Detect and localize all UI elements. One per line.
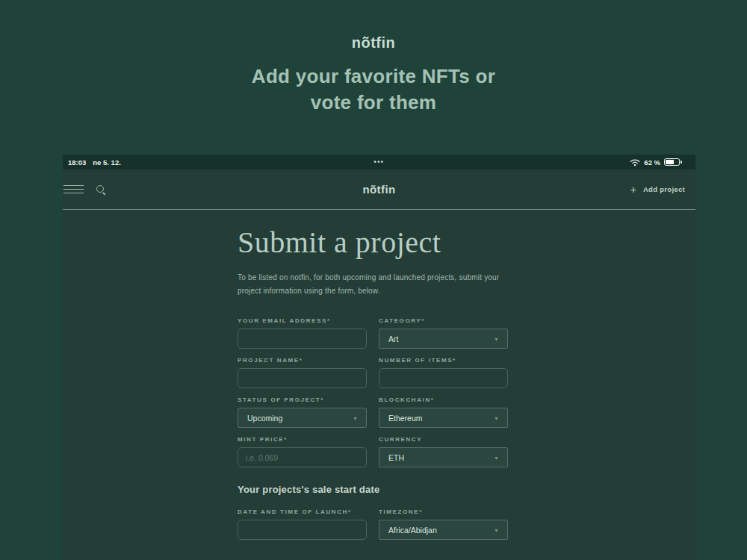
hero-section: nõtfin Add your favorite NFTs or vote fo… xyxy=(0,0,747,116)
status-select[interactable]: Upcoming ▼ xyxy=(238,408,367,428)
status-label: STATUS OF PROJECT* xyxy=(238,396,367,403)
field-project-name: PROJECT NAME* xyxy=(238,357,367,388)
multitasking-dots-icon: ••• xyxy=(63,158,695,166)
category-label: CATEGORY* xyxy=(379,317,508,324)
submit-project-form-section: Submit a project To be listed on notfin,… xyxy=(238,225,509,540)
field-launch-datetime: DATE AND TIME OF LAUNCH* xyxy=(238,508,367,540)
chevron-down-icon: ▼ xyxy=(494,455,499,460)
ipad-screenshot: 18:03 ne 5. 12. ••• 62 % nõtfin + Add pr… xyxy=(63,155,695,560)
currency-select[interactable]: ETH ▼ xyxy=(379,447,508,467)
hero-tagline: Add your favorite NFTs or vote for them xyxy=(0,63,747,116)
timezone-select[interactable]: Africa/Abidjan ▼ xyxy=(379,520,508,540)
launch-datetime-label: DATE AND TIME OF LAUNCH* xyxy=(238,508,367,515)
project-name-label: PROJECT NAME* xyxy=(238,357,367,364)
project-name-input[interactable] xyxy=(238,368,367,388)
chevron-down-icon: ▼ xyxy=(494,336,499,341)
intro-text: To be listed on notfin, for both upcomin… xyxy=(238,271,509,297)
field-status: STATUS OF PROJECT* Upcoming ▼ xyxy=(238,396,367,428)
launch-datetime-input[interactable] xyxy=(238,520,367,540)
project-form: YOUR EMAIL ADDRESS* CATEGORY* Art ▼ PROJ… xyxy=(238,317,509,540)
tagline-line-1: Add your favorite NFTs or xyxy=(0,63,747,90)
wifi-icon xyxy=(630,158,640,167)
battery-icon xyxy=(664,158,682,166)
chevron-down-icon: ▼ xyxy=(494,415,499,420)
field-email: YOUR EMAIL ADDRESS* xyxy=(238,317,367,349)
blockchain-select[interactable]: Ethereum ▼ xyxy=(379,408,508,428)
currency-value: ETH xyxy=(388,453,404,462)
email-label: YOUR EMAIL ADDRESS* xyxy=(238,317,367,324)
navbar-brand-logo[interactable]: nõtfin xyxy=(63,183,695,196)
tagline-line-2: vote for them xyxy=(0,90,747,116)
field-category: CATEGORY* Art ▼ xyxy=(379,317,508,349)
chevron-down-icon: ▼ xyxy=(494,527,499,532)
category-value: Art xyxy=(388,335,398,343)
timezone-label: TIMEZONE* xyxy=(379,508,508,515)
intro-line-1: To be listed on notfin, for both upcomin… xyxy=(238,271,509,284)
plus-icon: + xyxy=(630,184,636,195)
battery-fill xyxy=(666,160,674,164)
battery-percent-label: 62 % xyxy=(644,158,660,167)
currency-label: CURRENCY xyxy=(379,436,508,443)
status-value: Upcoming xyxy=(247,414,282,423)
field-number-of-items: NUMBER OF ITEMS* xyxy=(379,357,508,388)
intro-line-2: project information using the form, belo… xyxy=(238,284,509,298)
email-input[interactable] xyxy=(238,329,367,349)
timezone-value: Africa/Abidjan xyxy=(388,526,437,535)
field-blockchain: BLOCKCHAIN* Ethereum ▼ xyxy=(379,396,508,428)
blockchain-label: BLOCKCHAIN* xyxy=(379,396,508,403)
sale-start-date-section-title: Your projects's sale start date xyxy=(238,484,508,495)
mint-price-label: MINT PRICE* xyxy=(238,436,367,443)
field-currency: CURRENCY ETH ▼ xyxy=(379,436,508,467)
number-of-items-label: NUMBER OF ITEMS* xyxy=(379,357,508,364)
field-timezone: TIMEZONE* Africa/Abidjan ▼ xyxy=(379,508,508,540)
status-bar: 18:03 ne 5. 12. ••• 62 % xyxy=(63,155,695,169)
brand-logo: nõtfin xyxy=(0,34,747,52)
blockchain-value: Ethereum xyxy=(388,414,423,423)
navbar: nõtfin + Add project xyxy=(63,169,695,210)
mint-price-input[interactable] xyxy=(238,447,367,467)
number-of-items-input[interactable] xyxy=(379,368,508,388)
add-project-button[interactable]: + Add project xyxy=(630,184,685,195)
add-project-label: Add project xyxy=(643,185,685,193)
chevron-down-icon: ▼ xyxy=(353,415,358,420)
field-mint-price: MINT PRICE* xyxy=(238,436,367,467)
category-select[interactable]: Art ▼ xyxy=(379,329,508,349)
page-title: Submit a project xyxy=(238,225,509,260)
